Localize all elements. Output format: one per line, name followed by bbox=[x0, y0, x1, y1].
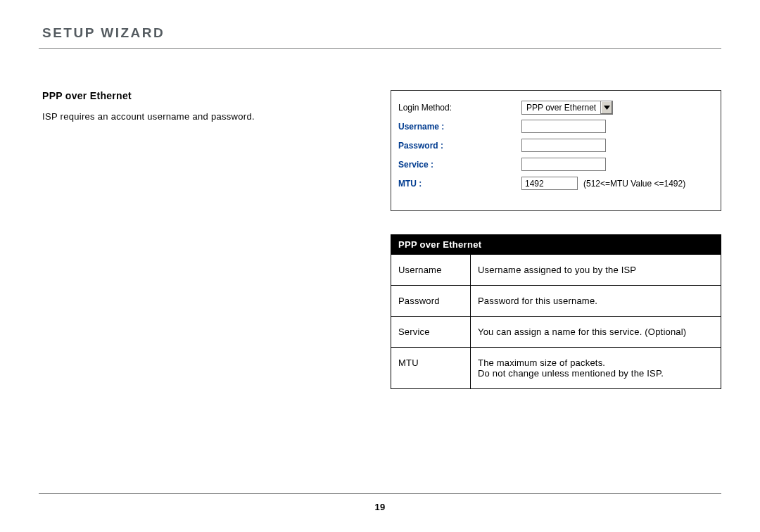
description-table: PPP over Ethernet Username Username assi… bbox=[391, 234, 721, 389]
service-label: Service : bbox=[398, 160, 521, 170]
chevron-down-icon[interactable] bbox=[600, 101, 612, 114]
mtu-label: MTU : bbox=[398, 179, 521, 189]
service-input[interactable] bbox=[521, 158, 606, 171]
cell-key: Service bbox=[391, 317, 471, 348]
username-label: Username : bbox=[398, 122, 521, 132]
password-input[interactable] bbox=[521, 139, 606, 152]
login-method-row: Login Method: PPP over Ethernet bbox=[391, 98, 721, 117]
header-divider bbox=[39, 48, 721, 49]
table-header: PPP over Ethernet bbox=[391, 235, 721, 255]
table-row: Username Username assigned to you by the… bbox=[391, 255, 721, 286]
password-label: Password : bbox=[398, 141, 521, 151]
mtu-input[interactable] bbox=[521, 177, 578, 190]
cell-val: You can assign a name for this service. … bbox=[471, 317, 721, 348]
username-row: Username : bbox=[391, 117, 721, 136]
footer-divider bbox=[39, 493, 721, 494]
svg-marker-0 bbox=[604, 106, 610, 110]
mtu-row: MTU : (512<=MTU Value <=1492) bbox=[391, 174, 721, 193]
config-panel: Login Method: PPP over Ethernet Username… bbox=[391, 90, 721, 211]
cell-key: Password bbox=[391, 286, 471, 317]
page-title: SETUP WIZARD bbox=[42, 25, 165, 41]
left-column: PPP over Ethernet ISP requires an accoun… bbox=[42, 90, 338, 122]
mtu-hint: (512<=MTU Value <=1492) bbox=[583, 179, 685, 189]
table-row: Password Password for this username. bbox=[391, 286, 721, 317]
login-method-value: PPP over Ethernet bbox=[522, 103, 600, 113]
cell-val: Username assigned to you by the ISP bbox=[471, 255, 721, 286]
section-description: ISP requires an account username and pas… bbox=[42, 111, 338, 122]
section-heading: PPP over Ethernet bbox=[42, 90, 338, 101]
password-row: Password : bbox=[391, 136, 721, 155]
username-input[interactable] bbox=[521, 120, 606, 133]
login-method-label: Login Method: bbox=[398, 103, 521, 113]
service-row: Service : bbox=[391, 155, 721, 174]
cell-val: Password for this username. bbox=[471, 286, 721, 317]
cell-key: Username bbox=[391, 255, 471, 286]
table-row: Service You can assign a name for this s… bbox=[391, 317, 721, 348]
cell-key: MTU bbox=[391, 348, 471, 389]
page-number: 19 bbox=[0, 502, 760, 512]
table-row: MTU The maximum size of packets. Do not … bbox=[391, 348, 721, 389]
cell-val: The maximum size of packets. Do not chan… bbox=[471, 348, 721, 389]
login-method-select[interactable]: PPP over Ethernet bbox=[521, 101, 613, 115]
